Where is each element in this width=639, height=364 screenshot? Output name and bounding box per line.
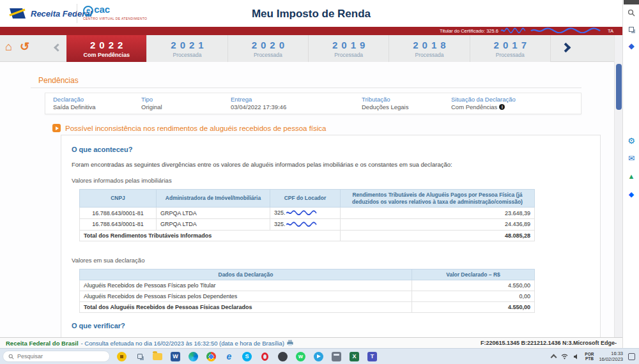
skype-icon[interactable]: S	[242, 351, 252, 362]
browser-corner	[624, 0, 639, 4]
table-total-row: Total dos Rendimentos Tributáveis Inform…	[80, 230, 535, 241]
what-verify-heading: O que verificar?	[72, 322, 600, 330]
sidebar-copilot-icon[interactable]: ◆	[626, 41, 636, 51]
internet-explorer-icon[interactable]: e	[224, 351, 235, 362]
excel-icon[interactable]: X	[349, 351, 360, 362]
cnpj-cell: 16.788.643/0001-81	[80, 208, 157, 219]
opera-icon[interactable]	[259, 351, 270, 362]
declaration-field: Entrega 03/04/2022 17:39:46	[231, 96, 362, 111]
file-explorer-icon[interactable]	[152, 351, 163, 362]
field-value: Original	[141, 103, 231, 111]
chevron-right-icon[interactable]	[561, 43, 571, 53]
statusbar-codes: F:220615.1345 B:221212.1436 N:3.Microsof…	[481, 340, 617, 346]
sidebar-outlook-icon[interactable]: ✉	[626, 153, 636, 163]
tab-2019[interactable]: 2019 Processada	[309, 35, 389, 62]
field-label: Entrega	[231, 96, 362, 103]
table-row: Aluguéis Recebidos de Pessoas Físicas pe…	[80, 280, 535, 291]
wifi-icon[interactable]	[561, 354, 568, 360]
volume-icon[interactable]	[573, 354, 580, 360]
field-label: Tributação	[362, 96, 451, 103]
tab-status-label: Com Pendências	[66, 52, 146, 58]
field-label: Situação da Declaração	[451, 96, 573, 103]
edge-icon[interactable]	[188, 351, 199, 362]
column-header: Dados da Declaração	[80, 269, 412, 280]
whatsapp-icon[interactable]: w	[295, 351, 306, 362]
printer-icon[interactable]	[287, 340, 293, 346]
status-bar: Receita Federal do Brasil - Consulta efe…	[0, 337, 622, 348]
redaction-scribble	[286, 222, 319, 228]
pendency-title: Possível inconsistência nos rendimentos …	[65, 125, 327, 132]
column-header: Rendimentos Tributáveis de Aluguéis Pago…	[341, 190, 535, 208]
github-icon[interactable]	[277, 351, 288, 362]
tab-2017[interactable]: 2017 Processada	[470, 35, 551, 62]
tab-status-label: Processada	[389, 52, 469, 58]
column-header: Administradora de Imóvel/Imobiliária	[157, 190, 270, 208]
calculator-icon[interactable]	[331, 351, 342, 362]
section-divider	[31, 87, 581, 88]
declaration-field: Declaração Saída Definitiva	[53, 96, 141, 111]
language-indicator[interactable]: POR PTB	[585, 352, 594, 361]
browser-sidebar: ◆ ⚙ ✉ ▲ ◆	[622, 0, 639, 348]
task-view-icon[interactable]	[134, 351, 145, 362]
chrome-icon[interactable]	[206, 351, 217, 362]
tab-year-label: 2017	[470, 40, 550, 50]
word-icon[interactable]: W	[170, 351, 181, 362]
tab-status-label: Processada	[147, 52, 227, 58]
field-value: Com Pendênciasi	[451, 103, 573, 111]
admin-cell: GRPQA LTDA	[157, 218, 270, 230]
value-cell: 23.648,39	[341, 208, 535, 219]
value-cell: 4.550,00	[412, 280, 535, 291]
undo-icon[interactable]: ↺	[20, 41, 29, 52]
column-header: CNPJ	[80, 190, 157, 208]
tray-time: 16:33	[599, 351, 623, 356]
notification-center-icon[interactable]	[628, 353, 635, 360]
table-row: 16.788.643/0001-81 GRPQA LTDA 325. 23.64…	[80, 208, 535, 219]
pendency-link[interactable]: Possível inconsistência nos rendimentos …	[52, 124, 327, 132]
sidebar-settings-icon[interactable]: ⚙	[626, 135, 636, 146]
chevron-left-icon[interactable]	[54, 43, 62, 52]
scrollbar-thumb[interactable]	[616, 64, 622, 110]
teams-icon[interactable]: T	[367, 351, 378, 362]
tab-year-label: 2022	[66, 40, 146, 50]
taskbar-apps: W e S w X T	[116, 351, 378, 362]
redaction-scribble	[286, 210, 319, 216]
label-cell: Aluguéis Recebidos de Pessoas Físicas pe…	[80, 280, 412, 291]
tray-chevron-up-icon[interactable]	[551, 354, 557, 361]
tab-year-label: 2018	[389, 40, 469, 50]
telegram-icon[interactable]	[313, 351, 324, 362]
tab-2021[interactable]: 2021 Processada	[147, 35, 227, 62]
sidebar-collections-icon[interactable]	[626, 24, 636, 34]
sidebar-search-icon[interactable]	[626, 8, 636, 18]
redaction-scribble	[529, 27, 606, 34]
vertical-scrollbar[interactable]	[614, 35, 622, 337]
table-row: 16.788.643/0001-81 GRPQA LTDA 325. 24.43…	[80, 218, 535, 230]
table1-caption: Valores informados pelas imobiliárias	[72, 177, 600, 184]
tab-year-label: 2021	[147, 40, 227, 50]
tab-status-label: Processada	[228, 52, 308, 58]
tab-2018[interactable]: 2018 Processada	[389, 35, 470, 62]
sidebar-dropbox-icon[interactable]: ◆	[626, 189, 636, 199]
home-icon[interactable]: ⌂	[5, 41, 12, 52]
tab-2022[interactable]: 2022 Com Pendências	[66, 35, 147, 62]
statusbar-info: - Consulta efetuada no dia 16/02/2023 às…	[81, 340, 284, 347]
info-icon[interactable]: i	[499, 104, 505, 110]
sidebar-drive-icon[interactable]: ▲	[626, 171, 636, 181]
tab-2020[interactable]: 2020 Processada	[228, 35, 309, 62]
column-header: Valor Declarado – R$	[412, 269, 535, 280]
column-header: CPF do Locador	[270, 190, 341, 208]
clock[interactable]: 16:33 16/02/2023	[599, 351, 623, 363]
screen: Receita Federal ecac CENTRO VIRTUAL DE A…	[0, 0, 639, 364]
informed-values-table: CNPJ Administradora de Imóvel/Imobiliári…	[79, 189, 535, 241]
pendency-intro-text: Foram encontradas as seguintes divergênc…	[72, 161, 600, 168]
tray-date: 16/02/2023	[599, 356, 623, 362]
app-header: Receita Federal ecac CENTRO VIRTUAL DE A…	[0, 0, 622, 27]
weather-icon[interactable]	[116, 351, 127, 362]
search-input[interactable]	[17, 353, 94, 360]
tab-status-label: Processada	[470, 52, 550, 58]
declaration-field: Situação da Declaração Com Pendênciasi	[451, 96, 573, 111]
arrow-bullet-icon	[52, 124, 61, 132]
system-tray: POR PTB 16:33 16/02/2023	[551, 351, 635, 363]
value-cell: 24.436,89	[341, 218, 535, 230]
taskbar-search[interactable]	[3, 351, 110, 362]
cpf-cell: 325.	[270, 218, 341, 230]
